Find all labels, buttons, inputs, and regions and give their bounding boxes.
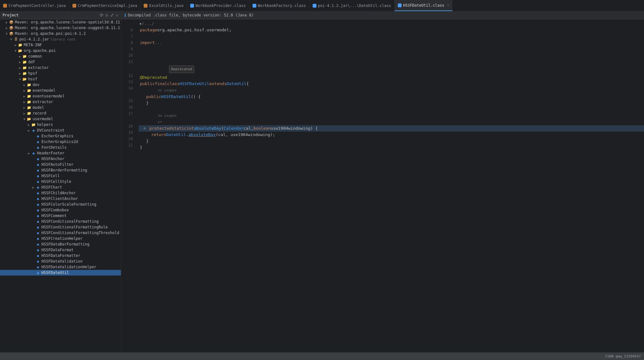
settings-icon[interactable]: ⚙ — [105, 13, 108, 18]
class-icon: ◉ — [35, 270, 41, 275]
sidebar-item-maven-lucene-spatial[interactable]: ▶ 📦 Maven: org.apache.lucene:lucene-spat… — [0, 19, 121, 25]
tab-hssf-date-util[interactable]: HSSFDateUtil.class ✕ — [395, 0, 453, 11]
expand-arrow: ▶ — [18, 66, 22, 70]
tree-item-label: FontDetails — [41, 145, 66, 150]
class-icon: ◉ — [35, 225, 41, 230]
tab-label: WorkbookFactory.class — [258, 3, 306, 8]
sidebar-item-record[interactable]: ▶ 📁 record — [0, 110, 121, 116]
tree-item-label: EscherGraphics — [41, 134, 73, 138]
tab-close-icon[interactable]: ✕ — [447, 3, 449, 7]
expand-arrow: ▶ — [27, 129, 31, 132]
tree-container: ▶ 📦 Maven: org.apache.lucene:lucene-spat… — [0, 19, 121, 276]
sidebar-item-helpers[interactable]: ▶ 📁 helpers — [0, 122, 121, 127]
sidebar-item-hssf-data-validation[interactable]: ◉ HSSFDataValidation — [0, 258, 121, 264]
sidebar-item-escher-graphics2d[interactable]: ◉ EscherGraphics2d — [0, 139, 121, 145]
tree-item-label: EscherGraphics2d — [41, 140, 78, 144]
sidebar-item-hssf-data-format[interactable]: ◉ HSSFDataFormat — [0, 247, 121, 253]
class-icon: ◉ — [35, 242, 41, 247]
sidebar-item-ddf[interactable]: ▶ 📁 ddf — [0, 59, 121, 65]
sidebar-item-escher-graphics[interactable]: ◉ EscherGraphics — [0, 133, 121, 139]
sidebar-item-poi-jar[interactable]: ▼ 🗄 poi-4.1.2.jar library root — [0, 36, 121, 42]
sidebar-item-hssf-chart[interactable]: ▶ ◉ HSSFChart — [0, 184, 121, 190]
override-icon: ⇧~ — [158, 119, 162, 125]
code-line-19: } — [139, 138, 644, 144]
class-file-icon — [253, 4, 256, 8]
sidebar-item-hssf-border-formatting[interactable]: ◉ HSSFBorderFormatting — [0, 167, 121, 173]
class-icon: ◉ — [35, 168, 41, 173]
close-icon[interactable]: ✕ — [116, 13, 118, 18]
sidebar-item-hssf-comment[interactable]: ◉ HSSFComment — [0, 213, 121, 219]
tab-excel-utils[interactable]: ExcelUtils.java — [141, 0, 187, 11]
sidebar-item-hssf-color-scale[interactable]: ◉ HSSFColorScaleFormatting — [0, 202, 121, 207]
folder-icon: 📁 — [22, 59, 27, 65]
sidebar-item-hssf-client-anchor[interactable]: ◉ HSSFClientAnchor — [0, 196, 121, 202]
expand-arrow: ▶ — [27, 152, 31, 155]
tree-item-label: HSSFComment — [41, 214, 66, 218]
tree-item-label: extractor — [33, 100, 53, 104]
expand-arrow: ▶ — [22, 112, 27, 115]
code-editor[interactable]: 6 7 8 9 10 11 12 13 14 15 16 17 18 19 20… — [121, 19, 644, 352]
status-bar: CSDN @qq_23204557 — [0, 352, 644, 360]
sidebar-item-extractor[interactable]: ▶ 📁 extractor — [0, 65, 121, 71]
sidebar-item-eventmodel[interactable]: ▶ 📁 eventmodel — [0, 88, 121, 93]
sidebar-item-common[interactable]: ▶ 📁 common — [0, 53, 121, 59]
expand-arrow: ▼ — [13, 49, 18, 53]
sidebar-item-font-details[interactable]: ◉ FontDetails — [0, 145, 121, 150]
class-icon: ◉ — [35, 133, 41, 139]
sidebar-item-usermodel[interactable]: ▼ 📂 usermodel — [0, 116, 121, 122]
tab-workbook-factory[interactable]: WorkbookFactory.class — [249, 0, 309, 11]
sidebar-item-maven-poi[interactable]: ▼ 📦 Maven: org.apache.poi:poi:4.1.2 — [0, 31, 121, 36]
sidebar-item-meta-inf[interactable]: ▶ 📁 META-INF — [0, 42, 121, 48]
sidebar-item-hssf-conditional-formatting[interactable]: ◉ HSSFConditionalFormatting — [0, 219, 121, 224]
tab-poi-jar-date-util[interactable]: poi-4.1.2.jar\...\DateUtil.class — [309, 0, 395, 11]
sidebar-item-hssf[interactable]: ▼ 📂 hssf — [0, 76, 121, 82]
sidebar-item-eventusermodel[interactable]: ▶ 📁 eventusermodel — [0, 93, 121, 99]
sidebar-item-hssf-date-util[interactable]: ◉ HSSFDateUtil — [0, 270, 121, 276]
code-line-16 — [139, 106, 644, 113]
sidebar-item-maven-lucene-suggest[interactable]: ▶ 📦 Maven: org.apache.lucene:lucene-sugg… — [0, 25, 121, 31]
folder-icon: 📁 — [27, 82, 32, 87]
sidebar-item-hssf-anchor[interactable]: ◉ HSSFAnchor — [0, 156, 121, 162]
tab-label: CrmPaymentServiceImpl.java — [78, 3, 137, 8]
sidebar-item-hssf-data-bar-formatting[interactable]: ◉ HSSFDataBarFormatting — [0, 241, 121, 247]
code-line-18: return DateUtil.absoluteDay(cal, use1904… — [139, 132, 644, 138]
tree-item-label: HSSFDataValidation — [41, 259, 83, 264]
expand-icon[interactable]: ⤢ — [110, 13, 114, 18]
sidebar-title: Project — [3, 13, 19, 17]
sidebar-item-hpsf[interactable]: ▶ 📁 hpsf — [0, 71, 121, 76]
sidebar-item-model[interactable]: ▶ 📁 model — [0, 105, 121, 110]
sidebar-item-hssf-combobox[interactable]: ◉ HSSFCombobox — [0, 207, 121, 213]
class-icon: ◉ — [31, 151, 36, 156]
sidebar-item-org-apache-poi[interactable]: ▼ 📂 org.apache.poi — [0, 48, 121, 53]
sidebar-item-dev[interactable]: ▶ 📁 dev — [0, 82, 121, 88]
tree-item-label: HSSFAnchor — [41, 157, 64, 161]
class-icon: ◉ — [35, 208, 41, 213]
info-icon: ℹ — [124, 13, 126, 18]
code-line-10 — [139, 52, 644, 59]
tab-crm-payment-controller[interactable]: CrmPaymentController.java — [0, 0, 69, 11]
folder-icon: 📂 — [27, 116, 32, 121]
tab-crm-payment-service[interactable]: CrmPaymentServiceImpl.java — [69, 0, 141, 11]
sidebar-item-hssf-cond-formatting-rule[interactable]: ◉ HSSFConditionalFormattingRule — [0, 224, 121, 230]
tree-item-label: extractor — [28, 65, 49, 70]
java-file-icon — [144, 4, 147, 8]
sidebar-item-extractor2[interactable]: ▶ 📁 extractor — [0, 99, 121, 105]
sidebar-item-hssf-cell-style[interactable]: ◉ HSSFCellStyle — [0, 179, 121, 184]
sidebar-item-hssf-data-validation-helper[interactable]: ◉ HSSFDataValidationHelper — [0, 264, 121, 270]
maven-icon: 📦 — [9, 31, 14, 36]
code-content[interactable]: ▶ /.../ package org.apache.poi.hssf.user… — [135, 19, 644, 352]
expand-arrow: ▼ — [18, 78, 22, 81]
sidebar-item-dv-constraint[interactable]: ▶ ◉ DVConstraint — [0, 127, 121, 133]
sidebar-item-hssf-child-anchor[interactable]: ◉ HSSFChildAnchor — [0, 190, 121, 196]
sidebar-item-header-footer[interactable]: ▶ ◉ HeaderFooter — [0, 150, 121, 156]
tab-workbook-provider[interactable]: WorkbookProvider.class — [187, 0, 249, 11]
sidebar-item-hssf-autofilter[interactable]: ◉ HSSFAutoFilter — [0, 162, 121, 167]
sync-icon[interactable]: ⟳ — [100, 13, 103, 18]
sidebar-item-hssf-creation-helper[interactable]: ◉ HSSFCreationHelper — [0, 236, 121, 241]
sidebar-item-hssf-cond-formatting-threshold[interactable]: ◉ HSSFConditionalFormattingThreshold — [0, 230, 121, 236]
expand-arrow: ▶ — [18, 55, 22, 58]
sidebar-item-hssf-data-formatter[interactable]: ◉ HSSFDataFormatter — [0, 253, 121, 258]
tree-item-label: HSSFDataFormat — [41, 248, 73, 252]
sidebar-item-hssf-cell[interactable]: ◉ HSSFCell — [0, 173, 121, 179]
tree-item-label: HSSFBorderFormatting — [41, 168, 87, 172]
